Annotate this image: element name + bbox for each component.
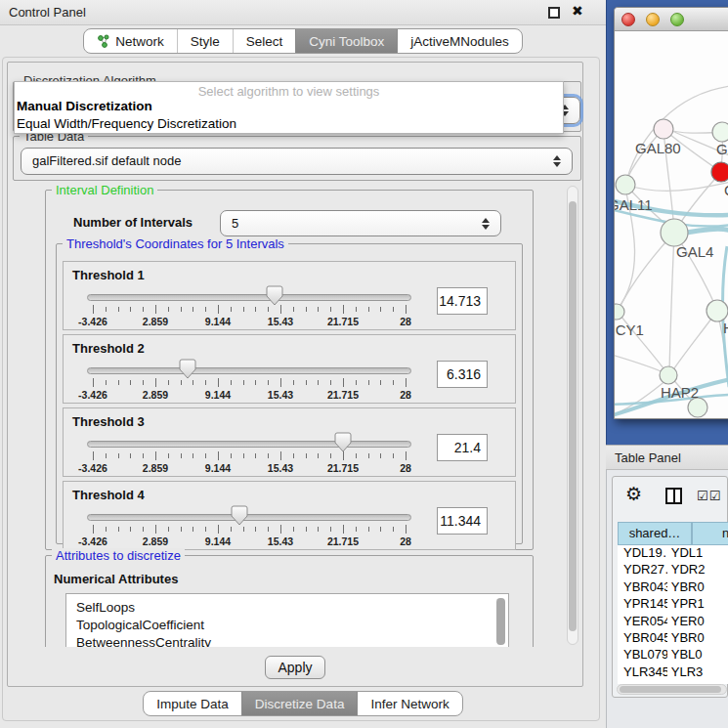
zoom-traffic-light-icon[interactable] — [670, 13, 684, 26]
scale-label: 15.43 — [259, 316, 302, 327]
slider-track[interactable] — [87, 514, 411, 521]
table-row[interactable]: YPR145WYPR1 — [618, 596, 728, 613]
interval-group-title: Interval Definition — [52, 184, 157, 197]
threshold-value-field[interactable]: 6.316 — [437, 361, 488, 388]
table-row[interactable]: YBR043CYBR0 — [618, 579, 728, 596]
slider-track[interactable] — [87, 441, 411, 448]
cell-name[interactable]: YBR0 — [667, 579, 728, 596]
tab-style[interactable]: Style — [177, 29, 233, 53]
node-right-top[interactable] — [712, 122, 728, 142]
column-header-name[interactable]: na — [692, 522, 728, 545]
tab-network[interactable]: Network — [84, 29, 177, 53]
tab-label: Infer Network — [370, 697, 449, 711]
node-gcy1[interactable] — [615, 304, 624, 320]
tab-label: Style — [191, 34, 220, 49]
threshold-panel: Threshold 3 -3.4262.8599.14415.4321.7152… — [63, 407, 516, 477]
table-row[interactable]: YER054CYER0 — [618, 614, 728, 630]
cell-name[interactable]: YPR1 — [667, 596, 728, 613]
select-columns-icon[interactable]: ☑☑ — [697, 489, 721, 503]
slider-thumb[interactable] — [231, 505, 248, 527]
cell-name[interactable]: YBR0 — [667, 630, 728, 647]
slider-thumb[interactable] — [179, 359, 196, 380]
split-columns-icon[interactable] — [665, 488, 682, 504]
network-window-titlebar[interactable] — [615, 8, 728, 31]
gear-icon[interactable]: ⚙ — [625, 483, 642, 505]
bottom-tab-bar: Impute DataDiscretize DataInfer Network — [0, 691, 606, 716]
cell-name[interactable]: YLR3 — [667, 664, 728, 681]
table-data-combo[interactable]: galFiltered.sif default node — [21, 148, 573, 175]
panel-title: Control Panel — [9, 5, 86, 20]
tab-cyni-toolbox[interactable]: Cyni Toolbox — [295, 29, 397, 53]
scrollbar-thumb[interactable] — [569, 201, 577, 631]
scale-label: 2.859 — [134, 389, 177, 401]
list-scrollbar[interactable] — [496, 598, 505, 645]
cell-shared-name[interactable]: YLR345W — [618, 664, 667, 681]
bottom-tab-discretize-data[interactable]: Discretize Data — [241, 692, 358, 715]
cell-shared-name[interactable]: YPR145W — [618, 596, 667, 613]
table-row[interactable]: YLR345WYLR3 — [618, 664, 728, 681]
bottom-tab-infer-network[interactable]: Infer Network — [357, 692, 461, 715]
table-row[interactable]: YBR045CYBR0 — [618, 630, 728, 647]
table-row[interactable]: YBL079WYBL0 — [618, 647, 728, 664]
cell-name[interactable]: YER0 — [667, 614, 728, 630]
node-bottom[interactable] — [688, 398, 707, 417]
float-window-icon[interactable] — [548, 7, 560, 19]
node-label-hap2: HAP2 — [661, 384, 699, 401]
tab-label: jActiveMNodules — [410, 34, 509, 49]
threshold-label: Threshold 1 — [72, 268, 145, 282]
attribute-item[interactable]: BetweennessCentrality — [76, 635, 211, 647]
cell-name[interactable]: YBL0 — [667, 647, 728, 664]
bottom-tab-impute-data[interactable]: Impute Data — [144, 692, 241, 715]
cell-name[interactable]: YDR2 — [667, 562, 728, 578]
minimize-traffic-light-icon[interactable] — [646, 13, 660, 26]
slider-thumb[interactable] — [334, 432, 352, 453]
table-rows[interactable]: YDL19…YDL1YDR27…YDR2YBR043CYBR0YPR145WYP… — [618, 545, 728, 684]
settings-viewport: Interval Definition Number of Intervals … — [12, 184, 565, 647]
node-gal4[interactable] — [661, 219, 688, 246]
tab-select[interactable]: Select — [233, 29, 296, 53]
apply-button[interactable]: Apply — [265, 656, 325, 679]
scale-label: 2.859 — [134, 316, 177, 327]
popup-item[interactable]: Manual Discretization — [17, 99, 152, 113]
slider-thumb[interactable] — [266, 285, 283, 307]
cell-shared-name[interactable]: YBR045C — [618, 630, 667, 647]
cell-shared-name[interactable]: YDL19… — [618, 545, 667, 562]
scale-label: 21.715 — [321, 462, 364, 474]
table-row[interactable]: YDR27…YDR2 — [618, 562, 728, 578]
table-panel-titlebar[interactable]: Table Panel — [606, 445, 728, 470]
close-icon[interactable]: ✖ — [572, 3, 583, 19]
attribute-item[interactable]: SelfLoops — [76, 600, 135, 615]
cell-shared-name[interactable]: YDR27… — [618, 562, 667, 578]
table-horizontal-scrollbar[interactable] — [617, 684, 727, 695]
hscrollbar-thumb[interactable] — [620, 686, 721, 693]
node-right-low[interactable] — [707, 300, 728, 321]
popup-item[interactable]: Equal Width/Frequency Discretization — [17, 116, 236, 131]
column-header-shared[interactable]: shared… — [618, 522, 692, 545]
num-intervals-spinner[interactable]: 5 — [220, 210, 501, 236]
cell-shared-name[interactable]: YBL079W — [618, 647, 667, 664]
slider-track[interactable] — [87, 367, 411, 374]
node-pink[interactable] — [654, 119, 673, 139]
node-red-selected[interactable] — [711, 162, 728, 182]
threshold-value-field[interactable]: 14.713 — [437, 287, 488, 315]
table-header: shared… na — [618, 522, 728, 545]
cell-shared-name[interactable]: YER054C — [618, 614, 667, 630]
node-gal11[interactable] — [616, 175, 635, 194]
close-traffic-light-icon[interactable] — [621, 13, 635, 26]
node-hap2[interactable] — [660, 366, 677, 384]
scale-label: 2.859 — [134, 535, 177, 547]
threshold-value-field[interactable]: 21.4 — [437, 434, 488, 461]
attributes-list[interactable]: SelfLoopsTopologicalCoefficientBetweenne… — [65, 593, 509, 647]
slider-track[interactable] — [87, 294, 411, 301]
threshold-value-field[interactable]: 11.344 — [437, 507, 488, 535]
network-canvas[interactable]: GAL80 GA C GAL11 GAL4 GCY1 H HAP2 — [615, 30, 728, 418]
scale-label: 28 — [384, 535, 427, 547]
tab-jactivemnodules[interactable]: jActiveMNodules — [397, 29, 522, 53]
table-row[interactable]: YDL19…YDL1 — [618, 545, 728, 562]
settings-scrollbar[interactable] — [567, 186, 578, 645]
cell-shared-name[interactable]: YBR043C — [618, 579, 667, 596]
cell-name[interactable]: YDL1 — [667, 545, 728, 562]
slider-scale-labels: -3.4262.8599.14415.4321.71528 — [64, 535, 517, 547]
attribute-item[interactable]: TopologicalCoefficient — [76, 618, 204, 632]
numerical-attributes-heading: Numerical Attributes — [54, 572, 178, 586]
